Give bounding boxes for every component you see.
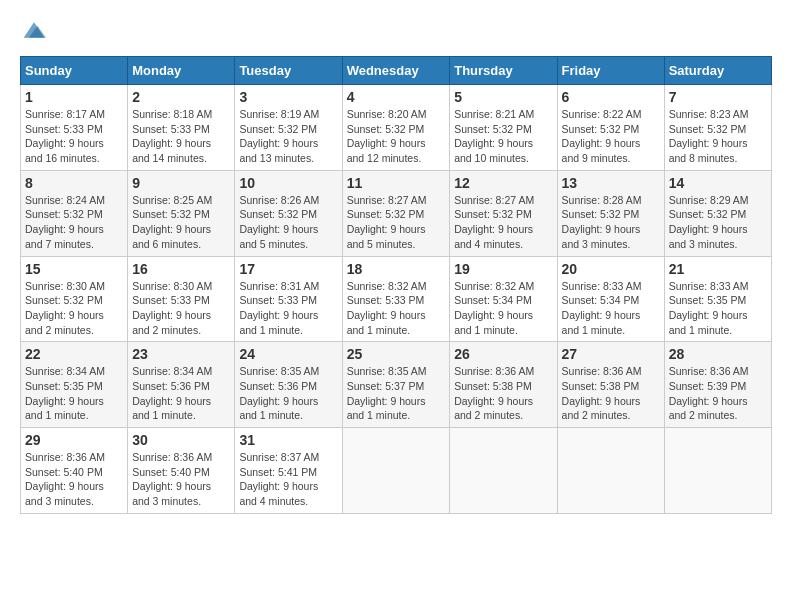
day-number: 28 <box>669 346 767 362</box>
day-info: Sunrise: 8:36 AM Sunset: 5:38 PM Dayligh… <box>454 364 552 423</box>
calendar-cell: 18Sunrise: 8:32 AM Sunset: 5:33 PM Dayli… <box>342 256 450 342</box>
calendar-cell: 21Sunrise: 8:33 AM Sunset: 5:35 PM Dayli… <box>664 256 771 342</box>
day-number: 10 <box>239 175 337 191</box>
day-info: Sunrise: 8:27 AM Sunset: 5:32 PM Dayligh… <box>347 193 446 252</box>
day-number: 23 <box>132 346 230 362</box>
calendar-cell <box>664 428 771 514</box>
calendar-cell: 1Sunrise: 8:17 AM Sunset: 5:33 PM Daylig… <box>21 85 128 171</box>
logo <box>20 20 50 40</box>
day-number: 25 <box>347 346 446 362</box>
day-info: Sunrise: 8:21 AM Sunset: 5:32 PM Dayligh… <box>454 107 552 166</box>
day-number: 6 <box>562 89 660 105</box>
calendar-cell: 11Sunrise: 8:27 AM Sunset: 5:32 PM Dayli… <box>342 170 450 256</box>
day-info: Sunrise: 8:23 AM Sunset: 5:32 PM Dayligh… <box>669 107 767 166</box>
calendar-cell: 22Sunrise: 8:34 AM Sunset: 5:35 PM Dayli… <box>21 342 128 428</box>
day-number: 18 <box>347 261 446 277</box>
column-header-friday: Friday <box>557 57 664 85</box>
day-number: 1 <box>25 89 123 105</box>
day-info: Sunrise: 8:22 AM Sunset: 5:32 PM Dayligh… <box>562 107 660 166</box>
calendar-cell <box>557 428 664 514</box>
day-info: Sunrise: 8:19 AM Sunset: 5:32 PM Dayligh… <box>239 107 337 166</box>
calendar-cell <box>342 428 450 514</box>
day-info: Sunrise: 8:31 AM Sunset: 5:33 PM Dayligh… <box>239 279 337 338</box>
calendar-cell: 16Sunrise: 8:30 AM Sunset: 5:33 PM Dayli… <box>128 256 235 342</box>
calendar-week-row: 1Sunrise: 8:17 AM Sunset: 5:33 PM Daylig… <box>21 85 772 171</box>
day-number: 12 <box>454 175 552 191</box>
day-info: Sunrise: 8:36 AM Sunset: 5:38 PM Dayligh… <box>562 364 660 423</box>
day-number: 2 <box>132 89 230 105</box>
day-number: 8 <box>25 175 123 191</box>
day-info: Sunrise: 8:36 AM Sunset: 5:39 PM Dayligh… <box>669 364 767 423</box>
calendar-cell: 27Sunrise: 8:36 AM Sunset: 5:38 PM Dayli… <box>557 342 664 428</box>
calendar-cell: 5Sunrise: 8:21 AM Sunset: 5:32 PM Daylig… <box>450 85 557 171</box>
day-info: Sunrise: 8:37 AM Sunset: 5:41 PM Dayligh… <box>239 450 337 509</box>
column-header-monday: Monday <box>128 57 235 85</box>
calendar-cell: 2Sunrise: 8:18 AM Sunset: 5:33 PM Daylig… <box>128 85 235 171</box>
calendar-week-row: 8Sunrise: 8:24 AM Sunset: 5:32 PM Daylig… <box>21 170 772 256</box>
day-number: 16 <box>132 261 230 277</box>
day-number: 17 <box>239 261 337 277</box>
calendar-header-row: SundayMondayTuesdayWednesdayThursdayFrid… <box>21 57 772 85</box>
day-info: Sunrise: 8:26 AM Sunset: 5:32 PM Dayligh… <box>239 193 337 252</box>
day-number: 27 <box>562 346 660 362</box>
day-info: Sunrise: 8:28 AM Sunset: 5:32 PM Dayligh… <box>562 193 660 252</box>
calendar-body: 1Sunrise: 8:17 AM Sunset: 5:33 PM Daylig… <box>21 85 772 514</box>
column-header-saturday: Saturday <box>664 57 771 85</box>
column-header-wednesday: Wednesday <box>342 57 450 85</box>
calendar-cell <box>450 428 557 514</box>
calendar-cell: 13Sunrise: 8:28 AM Sunset: 5:32 PM Dayli… <box>557 170 664 256</box>
column-header-sunday: Sunday <box>21 57 128 85</box>
calendar-week-row: 29Sunrise: 8:36 AM Sunset: 5:40 PM Dayli… <box>21 428 772 514</box>
calendar-cell: 24Sunrise: 8:35 AM Sunset: 5:36 PM Dayli… <box>235 342 342 428</box>
day-info: Sunrise: 8:35 AM Sunset: 5:37 PM Dayligh… <box>347 364 446 423</box>
calendar-cell: 23Sunrise: 8:34 AM Sunset: 5:36 PM Dayli… <box>128 342 235 428</box>
calendar-cell: 29Sunrise: 8:36 AM Sunset: 5:40 PM Dayli… <box>21 428 128 514</box>
calendar-cell: 4Sunrise: 8:20 AM Sunset: 5:32 PM Daylig… <box>342 85 450 171</box>
day-info: Sunrise: 8:30 AM Sunset: 5:32 PM Dayligh… <box>25 279 123 338</box>
calendar-cell: 20Sunrise: 8:33 AM Sunset: 5:34 PM Dayli… <box>557 256 664 342</box>
day-info: Sunrise: 8:17 AM Sunset: 5:33 PM Dayligh… <box>25 107 123 166</box>
day-number: 15 <box>25 261 123 277</box>
day-info: Sunrise: 8:33 AM Sunset: 5:34 PM Dayligh… <box>562 279 660 338</box>
calendar-cell: 14Sunrise: 8:29 AM Sunset: 5:32 PM Dayli… <box>664 170 771 256</box>
calendar-week-row: 22Sunrise: 8:34 AM Sunset: 5:35 PM Dayli… <box>21 342 772 428</box>
day-info: Sunrise: 8:33 AM Sunset: 5:35 PM Dayligh… <box>669 279 767 338</box>
calendar-cell: 31Sunrise: 8:37 AM Sunset: 5:41 PM Dayli… <box>235 428 342 514</box>
day-info: Sunrise: 8:32 AM Sunset: 5:34 PM Dayligh… <box>454 279 552 338</box>
day-number: 21 <box>669 261 767 277</box>
day-number: 3 <box>239 89 337 105</box>
column-header-thursday: Thursday <box>450 57 557 85</box>
day-number: 20 <box>562 261 660 277</box>
calendar-cell: 25Sunrise: 8:35 AM Sunset: 5:37 PM Dayli… <box>342 342 450 428</box>
calendar-cell: 7Sunrise: 8:23 AM Sunset: 5:32 PM Daylig… <box>664 85 771 171</box>
day-number: 29 <box>25 432 123 448</box>
day-info: Sunrise: 8:25 AM Sunset: 5:32 PM Dayligh… <box>132 193 230 252</box>
day-number: 30 <box>132 432 230 448</box>
day-info: Sunrise: 8:36 AM Sunset: 5:40 PM Dayligh… <box>25 450 123 509</box>
column-header-tuesday: Tuesday <box>235 57 342 85</box>
calendar-cell: 10Sunrise: 8:26 AM Sunset: 5:32 PM Dayli… <box>235 170 342 256</box>
day-number: 4 <box>347 89 446 105</box>
calendar-cell: 12Sunrise: 8:27 AM Sunset: 5:32 PM Dayli… <box>450 170 557 256</box>
calendar-cell: 28Sunrise: 8:36 AM Sunset: 5:39 PM Dayli… <box>664 342 771 428</box>
day-number: 9 <box>132 175 230 191</box>
calendar-cell: 30Sunrise: 8:36 AM Sunset: 5:40 PM Dayli… <box>128 428 235 514</box>
calendar-cell: 3Sunrise: 8:19 AM Sunset: 5:32 PM Daylig… <box>235 85 342 171</box>
logo-icon <box>22 20 46 40</box>
day-number: 22 <box>25 346 123 362</box>
day-info: Sunrise: 8:24 AM Sunset: 5:32 PM Dayligh… <box>25 193 123 252</box>
day-info: Sunrise: 8:29 AM Sunset: 5:32 PM Dayligh… <box>669 193 767 252</box>
day-number: 24 <box>239 346 337 362</box>
day-info: Sunrise: 8:20 AM Sunset: 5:32 PM Dayligh… <box>347 107 446 166</box>
day-info: Sunrise: 8:27 AM Sunset: 5:32 PM Dayligh… <box>454 193 552 252</box>
day-number: 19 <box>454 261 552 277</box>
day-info: Sunrise: 8:32 AM Sunset: 5:33 PM Dayligh… <box>347 279 446 338</box>
day-number: 13 <box>562 175 660 191</box>
day-number: 11 <box>347 175 446 191</box>
calendar-cell: 9Sunrise: 8:25 AM Sunset: 5:32 PM Daylig… <box>128 170 235 256</box>
calendar-table: SundayMondayTuesdayWednesdayThursdayFrid… <box>20 56 772 514</box>
calendar-cell: 17Sunrise: 8:31 AM Sunset: 5:33 PM Dayli… <box>235 256 342 342</box>
day-info: Sunrise: 8:34 AM Sunset: 5:36 PM Dayligh… <box>132 364 230 423</box>
day-number: 14 <box>669 175 767 191</box>
calendar-week-row: 15Sunrise: 8:30 AM Sunset: 5:32 PM Dayli… <box>21 256 772 342</box>
